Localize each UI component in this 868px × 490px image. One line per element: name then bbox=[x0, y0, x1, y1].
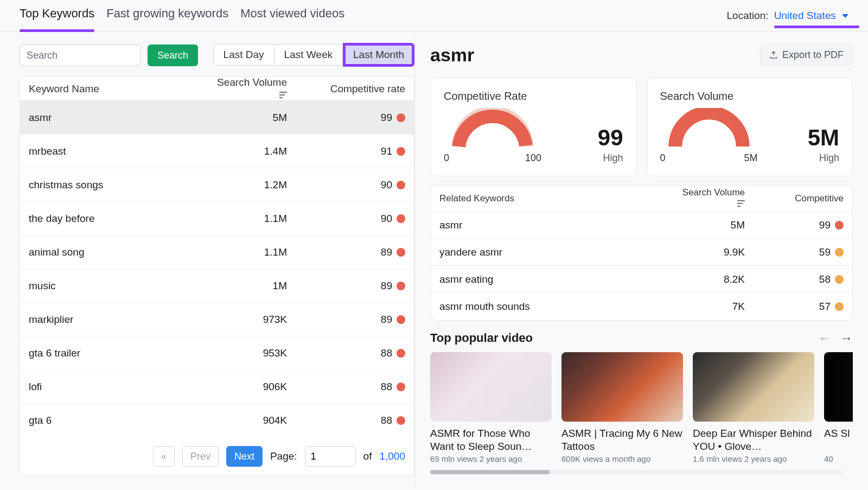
carousel-scrollbar[interactable] bbox=[430, 470, 843, 474]
video-card[interactable]: ASMR | Tracing My 6 New Tattoos609K view… bbox=[561, 352, 683, 463]
range-last-month[interactable]: Last Month bbox=[343, 43, 414, 67]
cell-related-keyword: yandere asmr bbox=[439, 246, 681, 258]
video-thumbnail bbox=[824, 352, 853, 422]
video-card[interactable]: Deep Ear Whisper Behind YOU • Glove…1.6 … bbox=[693, 352, 814, 463]
cell-competitive-rate: 89 bbox=[302, 280, 405, 292]
detail-header: asmr Export to PDF bbox=[430, 44, 853, 66]
col-keyword-name[interactable]: Keyword Name bbox=[29, 83, 210, 95]
right-pane: asmr Export to PDF Competitive Rate bbox=[415, 32, 868, 490]
table-row[interactable]: music1M89 bbox=[20, 269, 414, 303]
page-header: Top Keywords Fast growing keywords Most … bbox=[0, 0, 868, 32]
detail-title: asmr bbox=[430, 44, 474, 66]
cell-search-volume: 1.1M bbox=[210, 213, 302, 225]
cell-competitive-rate: 88 bbox=[302, 381, 405, 393]
cell-keyword: markiplier bbox=[29, 314, 210, 326]
cell-related-cr: 58 bbox=[762, 273, 844, 285]
tab-top-keywords[interactable]: Top Keywords bbox=[20, 7, 94, 26]
location-label: Location: bbox=[727, 10, 769, 22]
related-row[interactable]: asmr eating8.2K58 bbox=[431, 266, 852, 293]
export-icon bbox=[769, 50, 778, 59]
carousel-arrows: ← → bbox=[818, 330, 853, 346]
gauge-label: Competitive Rate bbox=[444, 90, 623, 103]
competitive-dot-icon bbox=[397, 282, 405, 290]
col-search-volume[interactable]: Search Volume bbox=[210, 77, 302, 101]
page-of-label: of bbox=[363, 450, 372, 462]
col-cr-label: Competitive rate bbox=[330, 83, 405, 95]
range-last-day[interactable]: Last Day bbox=[213, 44, 275, 66]
location-selector[interactable]: Location: United States bbox=[727, 10, 848, 23]
svg-rect-2 bbox=[279, 97, 283, 98]
video-card[interactable]: AS Sl40 bbox=[824, 352, 853, 463]
table-row[interactable]: lofi906K88 bbox=[20, 370, 414, 404]
video-title: AS Sl bbox=[824, 427, 853, 453]
location-value[interactable]: United States bbox=[774, 10, 848, 23]
table-row[interactable]: mrbeast1.4M91 bbox=[20, 135, 414, 168]
table-row[interactable]: markiplier973K89 bbox=[20, 303, 414, 336]
cell-competitive-rate: 99 bbox=[302, 112, 405, 124]
cell-competitive-rate: 90 bbox=[302, 213, 405, 225]
page-input[interactable] bbox=[305, 446, 356, 467]
video-carousel[interactable]: ASMR for Those Who Want to Sleep Soun…69… bbox=[430, 352, 853, 463]
video-title: ASMR | Tracing My 6 New Tattoos bbox=[561, 427, 683, 453]
gauge-label: Search Volume bbox=[660, 90, 840, 103]
competitive-dot-icon bbox=[397, 214, 405, 223]
video-card[interactable]: ASMR for Those Who Want to Sleep Soun…69… bbox=[430, 352, 552, 463]
search-button[interactable]: Search bbox=[148, 44, 198, 66]
search-input[interactable] bbox=[20, 44, 141, 66]
range-last-week[interactable]: Last Week bbox=[275, 44, 343, 66]
competitive-dot-icon bbox=[397, 349, 405, 358]
table-row[interactable]: the day before1.1M90 bbox=[20, 202, 414, 236]
col-related-sv[interactable]: Search Volume bbox=[681, 187, 762, 209]
content: Search Last Day Last Week Last Month Key… bbox=[0, 32, 868, 490]
prev-page-button[interactable]: Prev bbox=[182, 446, 219, 467]
table-row[interactable]: christmas songs1.2M90 bbox=[20, 168, 414, 202]
cell-competitive-rate: 90 bbox=[302, 179, 405, 191]
cell-keyword: christmas songs bbox=[29, 179, 210, 191]
cell-related-keyword: asmr bbox=[439, 219, 681, 231]
svg-rect-5 bbox=[737, 206, 741, 207]
cell-keyword: music bbox=[29, 280, 210, 292]
cell-related-sv: 5M bbox=[681, 219, 762, 231]
cell-keyword: lofi bbox=[29, 381, 210, 393]
export-pdf-button[interactable]: Export to PDF bbox=[760, 44, 853, 66]
table-row[interactable]: animal song1.1M89 bbox=[20, 236, 414, 269]
competitive-dot-icon bbox=[397, 383, 405, 391]
cell-search-volume: 1M bbox=[210, 280, 302, 292]
related-row[interactable]: yandere asmr9.9K59 bbox=[431, 239, 852, 266]
carousel-prev-icon[interactable]: ← bbox=[818, 330, 831, 346]
gauge-value: 5M bbox=[808, 126, 839, 149]
competitive-dot-icon bbox=[397, 315, 405, 324]
competitive-dot-icon bbox=[397, 147, 405, 156]
table-row[interactable]: asmr5M99 bbox=[20, 101, 414, 135]
related-row[interactable]: asmr mouth sounds7K57 bbox=[431, 293, 852, 320]
cell-keyword: mrbeast bbox=[29, 145, 210, 157]
related-header: Related Keywords Search Volume Competiti… bbox=[431, 186, 852, 212]
col-related-keyword[interactable]: Related Keywords bbox=[439, 193, 681, 204]
cell-related-sv: 8.2K bbox=[681, 273, 762, 285]
page-total[interactable]: 1,000 bbox=[379, 450, 405, 462]
related-keywords-table: Related Keywords Search Volume Competiti… bbox=[430, 185, 853, 321]
gauge-min: 0 bbox=[660, 152, 666, 164]
video-title: Deep Ear Whisper Behind YOU • Glove… bbox=[693, 427, 814, 453]
cell-keyword: asmr bbox=[29, 112, 210, 124]
related-row[interactable]: asmr5M99 bbox=[431, 212, 852, 239]
tab-most-viewed[interactable]: Most viewed videos bbox=[240, 7, 344, 26]
location-text: United States bbox=[774, 10, 836, 21]
table-row[interactable]: gta 6 trailer953K88 bbox=[20, 336, 414, 370]
next-page-button[interactable]: Next bbox=[226, 446, 263, 467]
gauge-competitive-rate: Competitive Rate 0 100 bbox=[430, 78, 637, 176]
video-thumbnail bbox=[430, 352, 552, 422]
page-label: Page: bbox=[270, 450, 297, 462]
table-row[interactable]: gta 6904K88 bbox=[20, 404, 414, 437]
video-meta: 609K views a month ago bbox=[561, 454, 683, 463]
col-competitive-rate[interactable]: Competitive rate bbox=[302, 83, 405, 95]
keywords-table: Keyword Name Search Volume Competitive r… bbox=[20, 77, 414, 476]
svg-rect-3 bbox=[737, 200, 745, 201]
carousel-next-icon[interactable]: → bbox=[840, 330, 853, 346]
first-page-button[interactable]: « bbox=[153, 446, 175, 467]
cell-search-volume: 1.2M bbox=[210, 179, 302, 191]
col-related-cr[interactable]: Competitive bbox=[762, 193, 844, 204]
cell-related-cr: 59 bbox=[762, 246, 844, 258]
tab-fast-growing[interactable]: Fast growing keywords bbox=[106, 7, 228, 26]
cell-search-volume: 973K bbox=[210, 314, 302, 326]
